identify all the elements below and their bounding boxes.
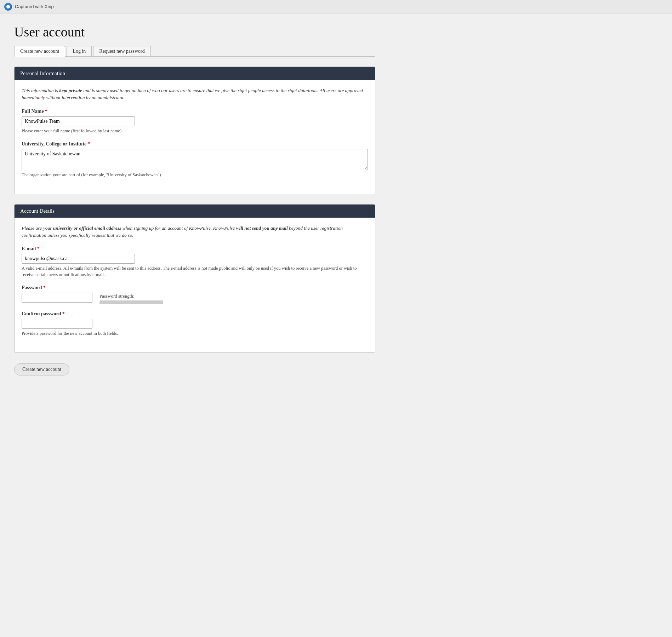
tab-request-new-password[interactable]: Request new password	[93, 46, 150, 56]
tab-log-in[interactable]: Log in	[67, 46, 92, 56]
confirm-password-label: Confirm password*	[22, 311, 368, 317]
create-account-button[interactable]: Create new account	[14, 363, 69, 375]
account-details-notice: Please use your university or official e…	[22, 225, 368, 239]
tab-create-new-account[interactable]: Create new account	[14, 46, 65, 57]
password-input[interactable]	[22, 293, 92, 303]
password-row: Password strength:	[22, 293, 368, 304]
institution-input[interactable]: University of Saskatchewan	[22, 149, 368, 170]
password-strength-container: Password strength:	[99, 293, 163, 304]
main-content: User account Create new account Log in R…	[0, 13, 389, 397]
email-input[interactable]	[22, 254, 135, 264]
confirm-password-hint: Provide a password for the new account i…	[22, 331, 368, 337]
account-details-body: Please use your university or official e…	[15, 218, 375, 352]
full-name-label: Full Name*	[22, 109, 368, 114]
xnip-icon	[4, 3, 12, 11]
page-title: User account	[14, 24, 375, 40]
account-details-header: Account Details	[15, 205, 375, 218]
password-label: Password*	[22, 285, 368, 291]
personal-info-body: This information is kept private and is …	[15, 80, 375, 194]
password-strength-bar-bg	[99, 300, 163, 304]
full-name-hint: Please enter your full name (first follo…	[22, 128, 368, 134]
full-name-input[interactable]	[22, 116, 135, 126]
personal-info-header: Personal Information	[15, 67, 375, 80]
confirm-password-input[interactable]	[22, 319, 92, 329]
account-details-section: Account Details Please use your universi…	[14, 204, 375, 353]
full-name-required: *	[45, 109, 47, 114]
email-required: *	[37, 246, 39, 251]
password-group: Password* Password strength:	[22, 285, 368, 304]
password-strength-label: Password strength:	[99, 293, 163, 299]
confirm-password-group: Confirm password* Provide a password for…	[22, 311, 368, 337]
full-name-group: Full Name* Please enter your full name (…	[22, 109, 368, 134]
top-bar: Captured with Xnip	[0, 0, 672, 13]
institution-group: University, College or Institute* Univer…	[22, 141, 368, 178]
personal-info-notice: This information is kept private and is …	[22, 87, 368, 102]
tabs: Create new account Log in Request new pa…	[14, 46, 375, 57]
institution-label: University, College or Institute*	[22, 141, 368, 147]
institution-hint: The organization your are part of (for e…	[22, 172, 368, 178]
institution-required: *	[87, 141, 90, 147]
password-required: *	[43, 285, 46, 290]
top-bar-title: Captured with Xnip	[15, 4, 54, 9]
email-label: E-mail*	[22, 246, 368, 252]
confirm-password-required: *	[62, 311, 65, 316]
personal-info-section: Personal Information This information is…	[14, 67, 375, 194]
email-hint: A valid e-mail address. All e-mails from…	[22, 265, 368, 278]
email-group: E-mail* A valid e-mail address. All e-ma…	[22, 246, 368, 278]
